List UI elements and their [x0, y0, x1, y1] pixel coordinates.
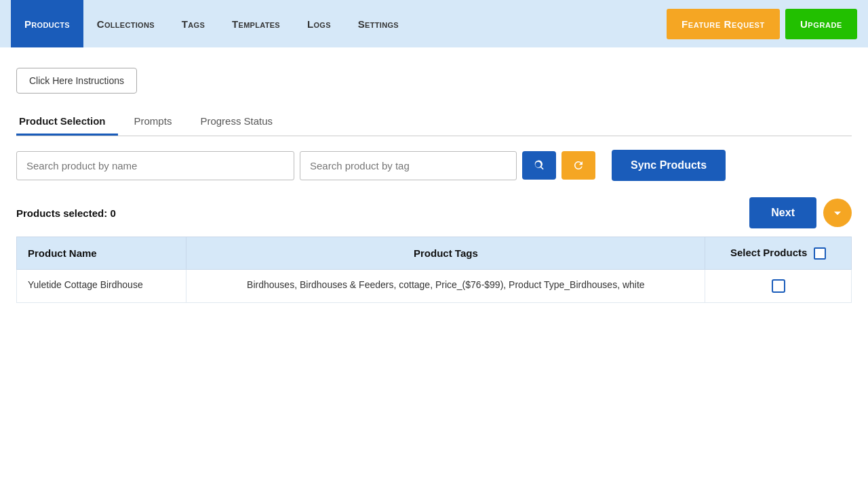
search-icon	[533, 159, 545, 171]
tab-prompts-label: Prompts	[134, 115, 172, 127]
tabs-container: Product Selection Prompts Progress Statu…	[16, 107, 852, 136]
nav-item-settings[interactable]: Settings	[344, 0, 412, 47]
nav-label-products: Products	[24, 18, 70, 30]
table-cell-product-tags: Birdhouses, Birdhouses & Feeders, cottag…	[186, 270, 705, 303]
table-row: Yuletide Cottage BirdhouseBirdhouses, Bi…	[17, 270, 852, 303]
next-label: Next	[771, 207, 795, 218]
tab-product-selection[interactable]: Product Selection	[16, 107, 118, 136]
products-selected-count: Products selected: 0	[16, 207, 116, 219]
table-cell-select[interactable]	[705, 270, 852, 303]
nav-item-tags[interactable]: Tags	[168, 0, 218, 47]
refresh-button[interactable]	[561, 151, 595, 180]
instructions-button-label: Click Here Instructions	[29, 75, 124, 86]
search-by-tag-input[interactable]	[300, 151, 517, 180]
search-by-name-input[interactable]	[16, 151, 294, 180]
feature-request-button[interactable]: Feature Request	[667, 9, 780, 39]
table-header-row: Product Name Product Tags Select Product…	[17, 237, 852, 270]
product-table: Product Name Product Tags Select Product…	[16, 237, 852, 303]
tab-product-selection-label: Product Selection	[19, 115, 106, 127]
next-button[interactable]: Next	[749, 197, 816, 228]
nav-label-logs: Logs	[307, 18, 331, 30]
nav-label-templates: Templates	[232, 18, 280, 30]
tab-progress-status-label: Progress Status	[200, 115, 273, 127]
table-cell-product-name: Yuletide Cottage Birdhouse	[17, 270, 186, 303]
table-header-select-products: Select Products	[705, 237, 852, 270]
feature-request-label: Feature Request	[682, 18, 765, 30]
action-buttons: Next	[749, 197, 852, 228]
tab-progress-status[interactable]: Progress Status	[197, 107, 285, 136]
row-checkbox[interactable]	[772, 279, 785, 293]
main-content: Click Here Instructions Product Selectio…	[0, 47, 868, 303]
nav-label-tags: Tags	[182, 18, 205, 30]
nav-label-collections: Collections	[97, 18, 155, 30]
scroll-down-button[interactable]	[823, 199, 852, 227]
instructions-button[interactable]: Click Here Instructions	[16, 68, 137, 94]
nav-bar: Products Collections Tags Templates Logs…	[0, 0, 868, 47]
table-header-product-name: Product Name	[17, 237, 186, 270]
upgrade-button[interactable]: Upgrade	[785, 9, 857, 39]
nav-item-logs[interactable]: Logs	[294, 0, 344, 47]
nav-item-products[interactable]: Products	[11, 0, 83, 47]
sync-products-label: Sync Products	[631, 159, 707, 171]
nav-item-templates[interactable]: Templates	[218, 0, 294, 47]
sync-products-button[interactable]: Sync Products	[612, 150, 726, 181]
search-row: Sync Products	[16, 150, 852, 181]
upgrade-label: Upgrade	[800, 18, 842, 30]
chevron-down-icon	[831, 206, 844, 220]
refresh-icon	[572, 159, 585, 171]
select-all-checkbox[interactable]	[814, 247, 826, 260]
search-button[interactable]	[522, 151, 556, 180]
nav-item-collections[interactable]: Collections	[83, 0, 168, 47]
tab-prompts[interactable]: Prompts	[132, 107, 184, 136]
nav-label-settings: Settings	[358, 18, 399, 30]
table-header-product-tags: Product Tags	[186, 237, 705, 270]
products-selected-row: Products selected: 0 Next	[16, 197, 852, 228]
